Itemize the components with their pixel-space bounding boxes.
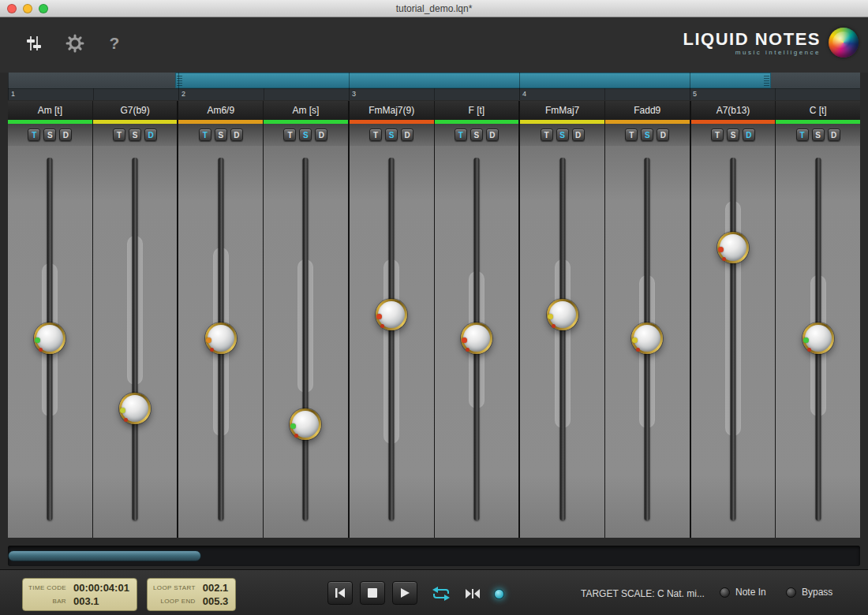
channel-strip: FmMaj7(9) T S D [350,101,435,538]
tsd-button-t[interactable]: T [711,129,724,141]
chord-header: FmMaj7 [520,101,604,120]
tsd-button-t[interactable]: T [625,129,638,141]
tsd-button-d[interactable]: D [59,129,72,141]
channel-strip: Am [t] T S D [8,101,93,538]
fader-knob[interactable] [376,299,407,330]
fader-knob[interactable] [290,408,321,440]
half-bar-tick [93,88,94,100]
knob-indicator-dot-2 [722,257,726,261]
fader-knob[interactable] [631,322,663,354]
stop-button[interactable] [360,581,385,605]
gear-icon[interactable] [63,32,87,55]
fader-track[interactable] [303,158,309,520]
logo-wordmark: LIQUID NOTES [683,30,821,49]
tsd-button-d[interactable]: D [315,129,327,141]
fader-area [350,146,434,538]
chord-label: Fadd9 [634,105,660,116]
logo-tagline: music intelligence [735,49,821,56]
tsd-button-s[interactable]: S [556,129,569,141]
channel-strip: G7(b9) T S D [93,101,179,538]
note-in-led[interactable] [720,587,730,598]
tsd-button-d[interactable]: D [230,129,243,141]
tsd-button-s[interactable]: S [812,129,825,141]
tsd-row: T S D [776,124,860,146]
fader-area [520,146,604,538]
timecode-box: TIME CODE 00:00:04:01 BAR 003.1 [22,578,137,611]
tsd-button-t[interactable]: T [28,129,40,141]
bar-tick [690,73,690,100]
punch-icon[interactable] [465,588,481,599]
mixer-icon[interactable] [22,32,46,55]
timeline-scrollbar[interactable] [8,546,860,566]
knob-indicator-dot-2 [210,348,214,352]
tsd-button-s[interactable]: S [129,129,141,141]
tsd-button-d[interactable]: D [828,129,840,141]
tsd-button-t[interactable]: T [541,129,553,141]
zoom-button[interactable] [39,4,48,13]
tsd-button-d[interactable]: D [743,129,755,141]
fader-area [178,146,263,538]
tsd-button-s[interactable]: S [641,129,653,141]
traffic-lights [7,4,48,13]
tsd-button-s[interactable]: S [727,129,739,141]
tsd-button-s[interactable]: S [470,129,483,141]
tsd-button-d[interactable]: D [401,129,413,141]
tsd-button-t[interactable]: T [455,129,467,141]
bypass-control: Bypass [786,587,832,598]
bar-number: 4 [522,90,526,98]
tsd-button-t[interactable]: T [283,129,296,141]
knob-indicator-dot-2 [636,348,640,352]
chord-header: Am [t] [8,101,92,120]
window-titlebar: tutorial_demo.lqn* [0,0,868,17]
time-code-label: TIME CODE [28,584,66,591]
skip-to-start-button[interactable] [327,581,353,605]
tsd-button-s[interactable]: S [43,129,56,141]
timeline-selection[interactable] [175,73,771,88]
fader-area [8,146,92,538]
minimize-button[interactable] [23,4,32,13]
fader-knob[interactable] [119,393,151,424]
fader-knob[interactable] [205,322,237,354]
fader-knob[interactable] [461,322,492,354]
tsd-button-d[interactable]: D [657,129,669,141]
tsd-button-d[interactable]: D [144,129,157,141]
knob-indicator-dot-2 [124,418,128,422]
tsd-button-t[interactable]: T [113,129,125,141]
tsd-row: T S D [605,124,690,146]
record-indicator[interactable] [494,589,504,599]
fader-knob[interactable] [717,232,749,263]
chord-label: F [t] [469,105,485,116]
fader-track[interactable] [133,158,138,520]
fader-track[interactable] [389,158,395,520]
fader-knob[interactable] [34,322,65,354]
play-button[interactable] [392,581,417,605]
bar-number: 5 [693,90,697,98]
loop-toggle-icon[interactable] [431,587,451,601]
tsd-button-d[interactable]: D [572,129,585,141]
close-button[interactable] [7,4,17,13]
fader-area [691,146,776,538]
knob-indicator-dot-2 [807,348,811,352]
tsd-row: T S D [691,124,776,146]
fader-track[interactable] [559,158,565,520]
chord-header: A7(b13) [691,101,776,120]
tsd-button-t[interactable]: T [369,129,382,141]
scrollbar-thumb[interactable] [8,550,201,561]
tsd-button-d[interactable]: D [486,129,499,141]
bypass-label: Bypass [802,587,832,598]
tsd-button-s[interactable]: S [385,129,398,141]
window-title: tutorial_demo.lqn* [396,3,473,14]
tsd-button-t[interactable]: T [199,129,211,141]
tsd-button-s[interactable]: S [299,129,312,141]
tsd-button-s[interactable]: S [215,129,227,141]
top-toolbar: ? LIQUID NOTES music intelligence [0,17,868,73]
fader-knob[interactable] [547,299,578,330]
fader-track[interactable] [730,158,735,520]
half-bar-tick [775,88,776,100]
tsd-row: T S D [8,124,92,146]
fader-knob[interactable] [803,322,834,354]
bypass-led[interactable] [786,587,796,598]
help-icon[interactable]: ? [103,32,126,55]
channel-strip: Am [s] T S D [264,101,350,538]
tsd-button-t[interactable]: T [796,129,809,141]
